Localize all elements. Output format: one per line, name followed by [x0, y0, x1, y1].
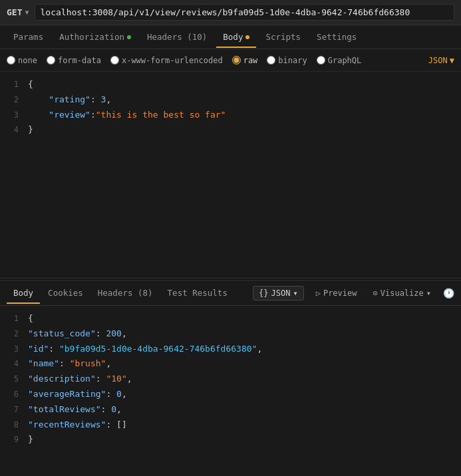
format-binary-radio[interactable]	[267, 56, 275, 64]
resp-tab-cookies-label: Cookies	[48, 288, 83, 298]
tab-settings-label: Settings	[317, 32, 357, 42]
response-tabs: Body Cookies Headers (8) Test Results {}…	[0, 281, 461, 306]
line-number: 2	[0, 328, 28, 340]
line-number: 1	[0, 312, 28, 325]
tab-body[interactable]: Body	[216, 27, 256, 47]
method-chevron-icon: ▼	[25, 9, 29, 16]
code-text: "status_code": 200,	[28, 327, 127, 341]
request-tabs: Params Authorization Headers (10) Body S…	[0, 25, 461, 49]
format-form-data[interactable]: form-data	[47, 56, 101, 65]
line-number: 9	[0, 433, 28, 446]
format-form-data-label: form-data	[58, 56, 101, 65]
table-row: 2 "rating": 3,	[0, 92, 461, 108]
body-dot	[245, 35, 249, 39]
table-row: 4}	[0, 122, 461, 138]
format-raw-radio[interactable]	[232, 56, 241, 64]
resp-tab-cookies[interactable]: Cookies	[41, 283, 90, 303]
format-urlencoded[interactable]: x-www-form-urlencoded	[110, 56, 223, 65]
format-urlencoded-radio[interactable]	[110, 56, 119, 64]
format-none[interactable]: none	[7, 56, 37, 65]
visualize-chevron-icon: ▾	[426, 289, 431, 298]
format-binary-label: binary	[278, 56, 307, 65]
table-row: 3 "review":"this is the best so far"	[0, 108, 461, 123]
format-raw[interactable]: raw	[232, 56, 258, 65]
line-number: 2	[0, 94, 28, 106]
code-text: }	[28, 123, 33, 137]
table-row: 8 "recentReviews": []	[0, 417, 461, 433]
line-number: 7	[0, 404, 28, 416]
tab-headers[interactable]: Headers (10)	[140, 27, 214, 47]
line-number: 1	[0, 78, 28, 91]
resp-json-braces-icon: {}	[259, 289, 268, 298]
line-number: 6	[0, 388, 28, 401]
table-row: 1{	[0, 77, 461, 92]
format-bar: none form-data x-www-form-urlencoded raw…	[0, 49, 461, 72]
tab-authorization-label: Authorization	[59, 32, 124, 42]
history-icon[interactable]: 🕐	[443, 288, 454, 298]
code-text: {	[28, 78, 33, 92]
play-icon: ▷	[316, 289, 321, 298]
url-bar: GET ▼	[0, 0, 461, 25]
resp-tab-body-label: Body	[13, 288, 33, 298]
table-row: 1{	[0, 311, 461, 326]
response-body-viewer: 1{2 "status_code": 200,3 "id": "b9fa09d5…	[0, 306, 461, 453]
code-text: "review":"this is the best so far"	[28, 108, 226, 122]
visualize-button[interactable]: ⊙ Visualize ▾	[369, 287, 436, 299]
url-input[interactable]	[35, 4, 454, 21]
table-row: 3 "id": "b9fa09d5-1d0e-4dba-9642-746b6fd…	[0, 342, 461, 357]
resp-tab-testresults-label: Test Results	[168, 288, 228, 298]
tab-scripts-label: Scripts	[265, 32, 301, 42]
code-text: "totalReviews": 0,	[28, 403, 122, 417]
table-row: 9}	[0, 432, 461, 447]
line-number: 4	[0, 358, 28, 370]
authorization-dot	[127, 35, 131, 39]
line-number: 3	[0, 343, 28, 356]
table-row: 5 "description": "10",	[0, 372, 461, 387]
code-text: }	[28, 433, 33, 447]
format-none-radio[interactable]	[7, 56, 15, 64]
resp-json-dropdown[interactable]: {} JSON ▾	[253, 286, 304, 300]
tab-authorization[interactable]: Authorization	[53, 27, 138, 47]
line-number: 8	[0, 419, 28, 431]
code-text: "rating": 3,	[28, 93, 111, 107]
format-urlencoded-label: x-www-form-urlencoded	[122, 56, 223, 65]
table-row: 7 "totalReviews": 0,	[0, 402, 461, 417]
method-select[interactable]: GET ▼	[7, 7, 29, 17]
line-number: 3	[0, 109, 28, 122]
format-form-data-radio[interactable]	[47, 56, 55, 64]
resp-json-chevron-icon: ▾	[293, 289, 297, 298]
line-number: 5	[0, 373, 28, 386]
response-controls: {} JSON ▾ ▷ Preview ⊙ Visualize ▾ 🕐	[253, 286, 454, 300]
resp-tab-body[interactable]: Body	[7, 283, 40, 303]
format-binary[interactable]: binary	[267, 56, 307, 65]
json-type-select[interactable]: JSON ▼	[428, 56, 454, 65]
resp-tab-headers-label: Headers (8)	[98, 288, 153, 298]
tab-scripts[interactable]: Scripts	[259, 27, 307, 47]
resp-tab-testresults[interactable]: Test Results	[161, 283, 234, 303]
format-raw-label: raw	[243, 56, 258, 65]
tab-body-label: Body	[223, 32, 243, 42]
json-type-chevron-icon: ▼	[450, 56, 454, 65]
tab-settings[interactable]: Settings	[310, 27, 363, 47]
code-text: "recentReviews": []	[28, 418, 127, 432]
table-row: 6 "averageRating": 0,	[0, 387, 461, 402]
tab-params[interactable]: Params	[7, 27, 50, 47]
preview-button[interactable]: ▷ Preview	[312, 287, 361, 299]
code-text: "name": "brush",	[28, 357, 111, 371]
json-type-label: JSON	[428, 56, 448, 65]
format-graphql[interactable]: GraphQL	[317, 56, 362, 65]
visualize-icon: ⊙	[373, 289, 378, 298]
line-number: 4	[0, 124, 28, 136]
table-row: 2 "status_code": 200,	[0, 326, 461, 342]
format-graphql-radio[interactable]	[317, 56, 325, 64]
request-body-editor[interactable]: 1{2 "rating": 3,3 "review":"this is the …	[0, 72, 461, 278]
code-text: "description": "10",	[28, 372, 132, 386]
resp-json-label: JSON	[271, 289, 291, 298]
preview-label: Preview	[323, 289, 357, 298]
tab-params-label: Params	[13, 32, 43, 42]
format-graphql-label: GraphQL	[328, 56, 362, 65]
visualize-label: Visualize	[381, 289, 424, 298]
resp-tab-headers[interactable]: Headers (8)	[91, 283, 160, 303]
format-none-label: none	[18, 56, 37, 65]
code-text: "averageRating": 0,	[28, 388, 127, 402]
